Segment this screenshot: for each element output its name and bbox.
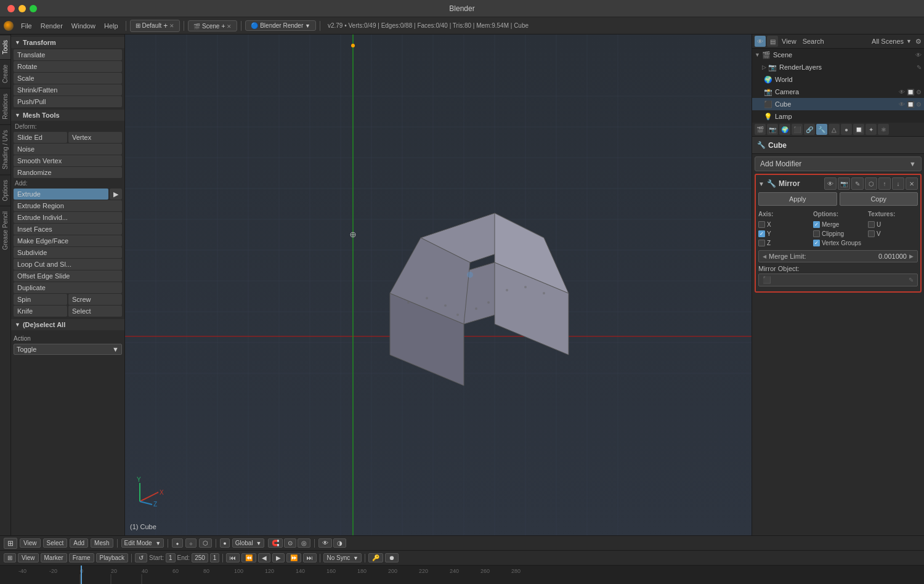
- tex-u-checkbox[interactable]: [868, 221, 875, 228]
- step-forward-btn[interactable]: ⏩: [286, 553, 301, 562]
- mirror-object-input[interactable]: ⬛ ✎: [758, 274, 918, 286]
- axis-z-checkbox[interactable]: [758, 240, 765, 246]
- global-select[interactable]: Global ▼: [232, 538, 265, 548]
- axis-y-checkbox[interactable]: [758, 230, 765, 237]
- close-button[interactable]: [7, 5, 15, 12]
- mesh-tools-section-header[interactable]: ▼ Mesh Tools: [11, 110, 124, 121]
- start-frame[interactable]: 1: [166, 553, 176, 562]
- outliner-view2-icon[interactable]: ▤: [767, 36, 778, 47]
- mod-edit-icon[interactable]: ✎: [851, 177, 864, 190]
- noise-button[interactable]: Noise: [14, 144, 122, 155]
- axis-x-checkbox[interactable]: [758, 221, 765, 228]
- smooth-vertex-button[interactable]: Smooth Vertex: [14, 155, 122, 166]
- menu-window[interactable]: Window: [68, 21, 99, 31]
- mod-close-icon[interactable]: ✕: [906, 177, 918, 190]
- randomize-button[interactable]: Randomize: [14, 167, 122, 178]
- clipping-checkbox[interactable]: [813, 230, 820, 237]
- prop-rl-icon[interactable]: 📷: [767, 124, 778, 135]
- tree-item-camera[interactable]: 📸 Camera 👁 🔲 ⚙: [752, 86, 924, 98]
- vtab-tools[interactable]: Tools: [0, 34, 10, 59]
- menu-render[interactable]: Render: [37, 21, 67, 31]
- mod-up-icon[interactable]: ↑: [878, 177, 891, 190]
- menu-help[interactable]: Help: [100, 21, 122, 31]
- all-scenes-arrow[interactable]: ▼: [906, 38, 912, 44]
- knife-button[interactable]: Knife: [14, 306, 67, 317]
- apply-button[interactable]: Apply: [758, 192, 837, 206]
- editor-type-btn[interactable]: ⊞: [4, 538, 17, 549]
- edge-select-btn[interactable]: ⬦: [185, 538, 197, 548]
- workspace-button[interactable]: ⊞ Default + ✕: [130, 20, 180, 32]
- outliner-view-icon[interactable]: 👁: [755, 36, 766, 47]
- pivot-select[interactable]: ●: [220, 538, 229, 548]
- renderer-button[interactable]: 🔵 Blender Render ▼: [245, 20, 316, 31]
- extrude-button[interactable]: Extrude: [14, 189, 108, 200]
- outliner-search-btn[interactable]: Search: [803, 38, 824, 45]
- mod-cage-icon[interactable]: ⬡: [865, 177, 877, 190]
- onion-btn[interactable]: ◎: [298, 538, 310, 548]
- slide-ed-button[interactable]: Slide Ed: [14, 132, 67, 143]
- sync-select[interactable]: No Sync ▼: [323, 553, 362, 562]
- timeline-playback-btn[interactable]: Playback: [96, 553, 129, 562]
- action-select[interactable]: Toggle ▼: [14, 344, 122, 355]
- prop-material-icon[interactable]: ●: [841, 124, 852, 135]
- prop-object-icon[interactable]: ⬛: [792, 124, 803, 135]
- viewport[interactable]: User Persp: [125, 34, 752, 535]
- timeline-marker-btn[interactable]: Marker: [41, 553, 67, 562]
- merge-checkbox[interactable]: [813, 221, 820, 228]
- tree-item-renderlayers[interactable]: ▷ 📷 RenderLayers ✎: [752, 61, 924, 73]
- face-select-btn[interactable]: ⬡: [199, 538, 212, 548]
- loop-btn[interactable]: ↺: [135, 553, 147, 562]
- minimize-button[interactable]: [18, 5, 26, 12]
- jump-start-btn[interactable]: ⏮: [226, 553, 240, 562]
- vertex-select-btn[interactable]: ⬥: [172, 538, 183, 548]
- play-back-btn[interactable]: ◀: [258, 553, 270, 562]
- scene-eye-icon[interactable]: 👁: [915, 52, 922, 59]
- prop-texture-icon[interactable]: 🔲: [853, 124, 864, 135]
- prop-data-icon[interactable]: △: [829, 124, 840, 135]
- vtab-grease[interactable]: Grease Pencil: [0, 206, 10, 255]
- add-modifier-row[interactable]: Add Modifier ▼: [755, 156, 922, 171]
- inset-faces-button[interactable]: Inset Faces: [14, 224, 122, 235]
- vertex-button[interactable]: Vertex: [68, 132, 122, 143]
- jump-end-btn[interactable]: ⏭: [303, 553, 317, 562]
- timeline-view-btn[interactable]: View: [18, 553, 39, 562]
- add-menu-btn[interactable]: Add: [70, 538, 88, 548]
- view-menu-btn[interactable]: View: [20, 538, 41, 548]
- mod-render-icon[interactable]: 📷: [838, 177, 850, 190]
- mode-select[interactable]: Edit Mode ▼: [121, 538, 164, 548]
- subdivide-button[interactable]: Subdivide: [14, 247, 122, 258]
- extrude-individ-button[interactable]: Extrude Individ...: [14, 212, 122, 223]
- merge-limit-arrow[interactable]: ▶: [909, 253, 914, 259]
- shrink-fatten-button[interactable]: Shrink/Fatten: [14, 84, 122, 95]
- prop-constraints-icon[interactable]: 🔗: [804, 124, 815, 135]
- prop-world-icon[interactable]: 🌍: [779, 124, 790, 135]
- vtab-options[interactable]: Options: [0, 174, 10, 206]
- vertex-groups-checkbox[interactable]: [813, 240, 820, 246]
- transform-section-header[interactable]: ▼ Transform: [11, 37, 124, 48]
- tree-item-cube[interactable]: ⬛ Cube 👁 🔲 ⚙: [752, 98, 924, 110]
- timeline-editor-icon[interactable]: ⊞: [4, 553, 16, 562]
- magnet-btn[interactable]: 🧲: [268, 538, 283, 548]
- loop-cut-button[interactable]: Loop Cut and Sl...: [14, 259, 122, 270]
- outliner-settings-icon[interactable]: ⚙: [915, 38, 922, 46]
- duplicate-button[interactable]: Duplicate: [14, 282, 122, 293]
- step-back-btn[interactable]: ⏪: [241, 553, 256, 562]
- tree-item-scene[interactable]: ▼ 🎬 Scene 👁: [752, 49, 924, 61]
- translate-button[interactable]: Translate: [14, 49, 122, 60]
- mod-down-icon[interactable]: ↓: [892, 177, 904, 190]
- make-edge-face-button[interactable]: Make Edge/Face: [14, 235, 122, 246]
- copy-button[interactable]: Copy: [840, 192, 918, 206]
- screw-button[interactable]: Screw: [68, 294, 122, 305]
- rl-edit-icon[interactable]: ✎: [917, 64, 922, 71]
- vtab-relations[interactable]: Relations: [0, 88, 10, 124]
- scene-button[interactable]: 🎬 Scene + ✕: [188, 20, 237, 31]
- modifier-collapse[interactable]: ▼: [758, 180, 764, 187]
- prop-scene-icon[interactable]: 🎬: [755, 124, 766, 135]
- select-button[interactable]: Select: [68, 306, 122, 317]
- play-btn[interactable]: ▶: [272, 553, 285, 562]
- proportional-btn[interactable]: ⊙: [284, 538, 296, 548]
- overlay-btn[interactable]: 👁: [318, 538, 332, 548]
- prop-physics-icon[interactable]: ⚛: [878, 124, 889, 135]
- select-menu-btn[interactable]: Select: [43, 538, 68, 548]
- prop-modifier-icon[interactable]: 🔧: [816, 124, 827, 135]
